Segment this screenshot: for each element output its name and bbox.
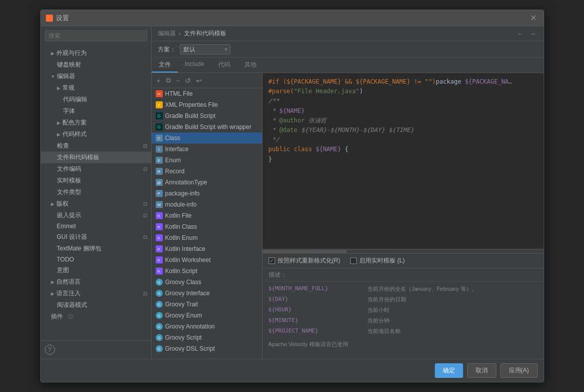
nav-item-todo[interactable]: TODO (41, 254, 151, 265)
file-item-gradle[interactable]: G Gradle Build Script (152, 110, 262, 121)
desc-val: 当前项目名称 (367, 328, 401, 335)
nav-item-gui-designer[interactable]: GUI 设计器 ⊡ (41, 231, 151, 243)
settings-dialog: 设置 ✕ ▶ 外观与行为 键盘映射 (40, 10, 544, 382)
file-item-label: Groovy Script (165, 334, 202, 341)
file-item-kotlin-worksheet[interactable]: K Kotlin Worksheet (152, 254, 262, 266)
file-item-html[interactable]: H HTML File (152, 88, 262, 99)
nav-item-intentions[interactable]: 意图 (41, 265, 151, 276)
nav-label: 插件 (51, 312, 63, 321)
file-item-groovy-annotation[interactable]: G Groovy Annotation (152, 321, 262, 332)
nav-item-editor[interactable]: ▼ 编辑器 (41, 71, 151, 82)
main-content: 编辑器 › 文件和代码模板 ← → 方案： 默认 (152, 26, 544, 359)
copy-template-button[interactable]: ⧉ (164, 75, 173, 86)
file-item-record[interactable]: R Record (152, 166, 262, 177)
file-item-label: Kotlin File (165, 212, 192, 219)
nav-label: 实时模板 (57, 176, 81, 185)
file-item-groovy-class[interactable]: G Groovy Class (152, 277, 262, 288)
nav-item-reader-mode[interactable]: 阅读器模式 (41, 299, 151, 311)
tab-other[interactable]: 其他 (237, 58, 264, 73)
file-item-xml-properties[interactable]: X XML Properties File (152, 99, 262, 110)
settings-search-input[interactable] (45, 30, 147, 41)
file-item-kotlin-class[interactable]: K Kotlin Class (152, 221, 262, 232)
nav-item-code-editing[interactable]: 代码编辑 (41, 94, 151, 105)
nav-item-inlay-hints[interactable]: 嵌入提示 ⊡ (41, 210, 151, 221)
file-item-package-info[interactable]: P package-info (152, 188, 262, 199)
tab-files[interactable]: 文件 (152, 58, 178, 73)
nav-item-appearance[interactable]: ▶ 外观与行为 (41, 47, 151, 59)
nav-label: 版权 (56, 200, 69, 208)
file-item-annotation-type[interactable]: @ AnnotationType (152, 177, 262, 188)
apply-button[interactable]: 应用(A) (500, 363, 538, 378)
file-item-interface[interactable]: I Interface (152, 144, 262, 155)
file-item-groovy-interface[interactable]: G Groovy Interface (152, 288, 262, 299)
desc-row-minute: ${MINUTE} 当前分钟 (269, 315, 538, 326)
nav-item-emmet[interactable]: Emmet (41, 221, 151, 231)
undo-template-button[interactable]: ↩ (194, 76, 204, 86)
ok-button[interactable]: 确定 (435, 363, 463, 378)
expand-icon: ▶ (51, 280, 54, 285)
file-item-groovy-script[interactable]: G Groovy Script (152, 332, 262, 343)
cancel-button[interactable]: 取消 (467, 363, 496, 378)
description-header: 描述： (263, 269, 544, 282)
code-line-5: * @author 张涵哲 (269, 116, 538, 125)
file-item-class[interactable]: C Class (152, 133, 262, 144)
nav-back-button[interactable]: ← (515, 30, 526, 38)
file-item-label: Gradle Build Script (165, 112, 216, 119)
nav-item-live-templates[interactable]: 实时模板 (41, 175, 151, 186)
code-editor[interactable]: #if (${PACKAGE_NAME} && ${PACKAGE_NAME} … (263, 73, 544, 249)
scheme-select[interactable]: 默认 (180, 44, 230, 54)
breadcrumb-nav: ← → (515, 30, 538, 38)
help-button[interactable]: ? (45, 345, 55, 355)
realtime-checkbox-label[interactable]: 启用实时模板 (L) (350, 256, 405, 265)
file-item-groovy-dsl[interactable]: G Groovy DSL Script (152, 343, 262, 354)
content-split: + ⧉ − ↺ ↩ H HTML File (152, 73, 544, 359)
reset-template-button[interactable]: ↺ (183, 76, 193, 86)
file-item-kotlin-interface[interactable]: K Kotlin Interface (152, 243, 262, 254)
file-item-kotlin-file[interactable]: K Kotlin File (152, 210, 262, 221)
nav-item-file-encoding[interactable]: 文件编码 ⊡ (41, 163, 151, 175)
desc-row-hour: ${HOUR} 当前小时 (269, 305, 538, 315)
nav-label: 键盘映射 (57, 60, 81, 69)
expand-icon: ▶ (51, 291, 54, 296)
code-horizontal-scrollbar[interactable] (263, 249, 544, 253)
file-item-kotlin-script[interactable]: K Kotlin Script (152, 266, 262, 277)
nav-fwd-button[interactable]: → (528, 30, 538, 38)
file-item-groovy-enum[interactable]: G Groovy Enum (152, 310, 262, 321)
file-item-kotlin-enum[interactable]: K Kotlin Enum (152, 232, 262, 243)
nav-label: GUI 设计器 (57, 233, 88, 241)
file-item-groovy-trait[interactable]: G Groovy Trait (152, 299, 262, 310)
nav-item-code-style[interactable]: ▶ 代码样式 (41, 128, 151, 140)
kotlin-script-icon: K (156, 268, 163, 275)
nav-item-lang-injection[interactable]: ▶ 语言注入 ⊡ (41, 288, 151, 299)
add-template-button[interactable]: + (155, 76, 163, 86)
nav-item-copyright[interactable]: ▶ 版权 ⊡ (41, 198, 151, 210)
nav-item-keymap[interactable]: 键盘映射 (41, 59, 151, 71)
nav-item-natural-language[interactable]: ▶ 自然语言 (41, 276, 151, 288)
tab-include[interactable]: Include (178, 58, 212, 73)
nav-item-plugins[interactable]: 插件 ⓘ (41, 311, 151, 322)
xml-icon: X (156, 101, 163, 108)
realtime-checkbox[interactable] (350, 257, 357, 264)
nav-item-inspections[interactable]: 检查 ⊡ (41, 140, 151, 152)
nav-item-file-templates[interactable]: 文件和代码模板 (41, 152, 151, 163)
reformat-checkbox-label[interactable]: 按照样式重新格式化(R) (269, 256, 341, 265)
remove-template-button[interactable]: − (174, 76, 182, 86)
reformat-checkbox[interactable] (269, 257, 275, 264)
file-item-enum[interactable]: E Enum (152, 155, 262, 166)
nav-item-color-scheme[interactable]: ▶ 配色方案 (41, 117, 151, 128)
html-icon: H (156, 90, 163, 97)
code-line-4: * ${NAME} (269, 106, 538, 116)
desc-key: ${PROJECT_NAME} (269, 328, 359, 335)
dialog-title-text: 设置 (56, 14, 69, 23)
file-item-label: Groovy Class (165, 279, 202, 286)
tab-code[interactable]: 代码 (211, 58, 237, 73)
nav-item-textmate[interactable]: TextMate 捆绑包 (41, 243, 151, 254)
close-button[interactable]: ✕ (529, 13, 539, 23)
nav-item-font[interactable]: 字体 (41, 105, 151, 117)
file-item-gradle-wrapper[interactable]: G Gradle Build Script with wrapper (152, 121, 262, 133)
nav-item-file-types[interactable]: 文件类型 (41, 186, 151, 198)
file-item-module-info[interactable]: M module-info (152, 199, 262, 210)
module-icon: M (156, 201, 163, 208)
nav-item-general[interactable]: ▶ 常规 (41, 82, 151, 94)
help-button-area[interactable]: ? (41, 340, 151, 359)
